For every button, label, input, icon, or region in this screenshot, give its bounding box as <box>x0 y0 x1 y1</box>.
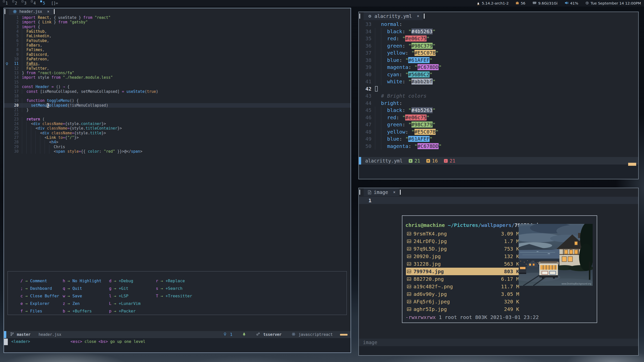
yaml-line[interactable]: 46 red: "#e06c75" <box>359 114 638 121</box>
file-row[interactable]: a19c482f~.png11.7 M <box>406 283 521 290</box>
code-line[interactable]: 2import { Link } from "gatsby" <box>4 20 351 24</box>
tab-header-jsx[interactable]: header.jsx × <box>9 8 53 15</box>
code-line[interactable]: 29 Chris <box>4 145 351 149</box>
code-line[interactable]: 7 FaBars, <box>4 43 351 48</box>
code-line[interactable]: 15 <box>4 80 351 85</box>
yaml-line[interactable]: 42 <box>359 85 638 93</box>
close-icon[interactable]: × <box>393 190 395 194</box>
code-line[interactable]: 3import { <box>4 25 351 29</box>
whichkey-item[interactable]: T→+Treesitter <box>154 292 192 300</box>
code-line[interactable]: 6 FaYoutube, <box>4 38 351 43</box>
whichkey-key: w <box>61 294 65 298</box>
code-line[interactable]: 18 <box>4 94 351 98</box>
code-line[interactable]: 27 <Link to={"/"}> <box>4 135 351 140</box>
line-number: 10 <box>10 57 22 61</box>
yaml-line[interactable]: 49 blue: "#61AFEF" <box>359 135 638 143</box>
yaml-line[interactable]: 36 green: "#98C379" <box>359 42 638 50</box>
code-line[interactable]: 19 function toggleMenu() { <box>4 98 351 103</box>
yaml-line[interactable]: 35 red: "#e06c75" <box>359 35 638 42</box>
whichkey-item[interactable]: d→+Debug <box>107 277 140 285</box>
code-line[interactable]: 10 FaPatreon, <box>4 57 351 61</box>
whichkey-item[interactable]: b→+Buffers <box>61 307 101 315</box>
yaml-line[interactable]: 38 blue: "#61AFEF" <box>359 57 638 64</box>
whichkey-item[interactable]: z→Zen <box>61 300 101 307</box>
code-line[interactable]: 24 <div className={style.container}> <box>4 122 351 126</box>
code-line[interactable]: 20 setMenuCollapsed(!isMenuCollapsed) <box>4 103 351 108</box>
code-line[interactable]: 13} from "react-icons/fa" <box>4 71 351 75</box>
file-row[interactable]: AFq5r6j.jpeg320 K <box>406 298 521 305</box>
whichkey-item[interactable]: w→Save <box>61 292 101 300</box>
code-line[interactable]: 11 FaRss, <box>4 61 351 66</box>
workspace-1[interactable]: 1 <box>3 0 8 6</box>
workspace-2[interactable]: 2 <box>12 0 17 6</box>
yaml-line[interactable]: 43 # Bright colors <box>359 92 638 100</box>
code-line[interactable]: 30 <span style={{ color: "red" }}>@</spa… <box>4 149 351 154</box>
whichkey-item[interactable]: h→No Highlight <box>61 277 101 285</box>
file-row[interactable]: 799794.jpg803 K <box>406 268 521 275</box>
whichkey-item[interactable]: c→Close Buffer <box>19 292 59 300</box>
yaml-line[interactable]: 34 black: "#4b5263" <box>359 28 638 35</box>
yaml-line[interactable]: 45 black: "#4b5263" <box>359 107 638 114</box>
close-icon[interactable]: × <box>47 9 49 14</box>
whichkey-item[interactable]: f→Files <box>19 307 59 315</box>
close-icon[interactable]: × <box>417 14 419 18</box>
code-line[interactable]: 4 FaGithub, <box>4 29 351 34</box>
whichkey-item[interactable]: q→Quit <box>61 285 101 292</box>
code-line[interactable]: 17 const [isMenuCollapsed, setMenuCollap… <box>4 89 351 94</box>
file-row[interactable]: 9rsmTK4.png3.09 M <box>406 230 521 237</box>
code-line[interactable]: 23 return ( <box>4 117 351 122</box>
yaml-line[interactable]: 40 cyan: "#56B6C2" <box>359 71 638 78</box>
git-removed-icon: - <box>444 159 448 163</box>
whichkey-item[interactable]: g→+Git <box>107 285 140 292</box>
whichkey-item[interactable]: p→+Packer <box>107 307 140 315</box>
document-icon <box>368 190 371 194</box>
code-line[interactable]: 9 FaDiscord, <box>4 52 351 57</box>
file-row[interactable]: 882720.png6.17 M <box>406 275 521 283</box>
tab-caret <box>424 14 425 19</box>
code-line[interactable]: 8 FaTimes, <box>4 48 351 52</box>
file-row[interactable]: 97q9L5D.jpg753 K <box>406 245 521 253</box>
yaml-line[interactable]: 50 magenta: "#C678DD" <box>359 143 638 150</box>
yaml-line[interactable]: 44 bright: <box>359 100 638 107</box>
code-line[interactable]: 21 } <box>4 108 351 112</box>
tab-image[interactable]: image × <box>364 188 399 196</box>
file-row[interactable]: 20920.jpg132 K <box>406 253 521 260</box>
workspace-4[interactable]: 4 <box>31 0 36 6</box>
code-line[interactable]: 1import React, { useState } from "react" <box>4 15 351 20</box>
layout-indicator[interactable]: []= <box>51 1 58 6</box>
tab-alacritty-yml[interactable]: alacritty.yml × <box>364 12 423 20</box>
whichkey-label: No Highlight <box>72 278 102 283</box>
indent-guides <box>22 57 26 61</box>
code-line[interactable]: 26 <div className={style.title}> <box>4 131 351 135</box>
code-line[interactable]: 5 FaLinkedin, <box>4 34 351 38</box>
code-line[interactable]: 25 <div className={style.titleContainer}… <box>4 126 351 131</box>
file-row[interactable]: aghr5Ip.jpg249 K <box>406 305 521 313</box>
yaml-line[interactable]: 33 normal: <box>359 21 638 28</box>
whichkey-item[interactable]: s→+Search <box>154 285 192 292</box>
whichkey-item[interactable]: L→+LunarVim <box>107 300 140 307</box>
yaml-line[interactable]: 48 yellow: "#E5C07B" <box>359 128 638 136</box>
whichkey-item[interactable]: ;→Dashboard <box>19 285 59 292</box>
code-line[interactable]: 16const Header = () ⇒ { <box>4 85 351 89</box>
yaml-line[interactable]: 37 yellow: "#E5C07B" <box>359 49 638 57</box>
file-row[interactable]: 31228.jpg563 K <box>406 260 521 268</box>
file-row[interactable]: ad6v90y.jpg3.05 M <box>406 290 521 298</box>
mode-indicator <box>4 331 6 338</box>
whichkey-item[interactable]: r→+Replace <box>154 277 192 285</box>
yaml-line[interactable]: 41 white: "#abb2bf" <box>359 78 638 85</box>
code-line[interactable]: 28 <h4> <box>4 140 351 144</box>
whichkey-item[interactable]: e→Explorer <box>19 300 59 307</box>
whichkey-key: q <box>61 286 65 291</box>
workspace-5-active[interactable]: 5 <box>40 0 45 6</box>
file-row[interactable]: 24LrDFQ.jpg1.7 M <box>406 237 521 245</box>
workspace-3[interactable]: 3 <box>22 0 26 6</box>
whichkey-item[interactable]: /→Comment <box>19 277 59 285</box>
code-line[interactable]: 22 <box>4 112 351 117</box>
code-line[interactable]: 12 FaTwitter, <box>4 66 351 71</box>
yaml-line[interactable]: 47 green: "#98C379" <box>359 121 638 128</box>
whichkey-key: h <box>61 278 65 283</box>
code-line[interactable]: 14import style from "./header.module.les… <box>4 75 351 80</box>
current-line[interactable]: 1 <box>359 197 638 204</box>
whichkey-item[interactable]: l→+LSP <box>107 292 140 300</box>
yaml-line[interactable]: 39 magenta: "#C678DD" <box>359 64 638 71</box>
